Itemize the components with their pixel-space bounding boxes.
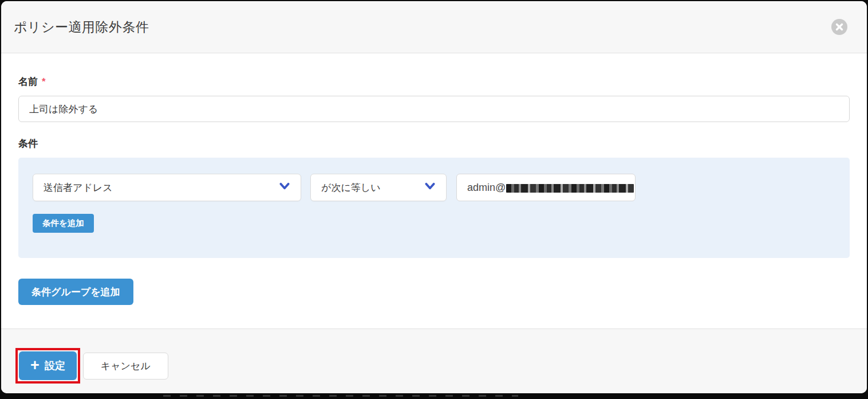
policy-exclusion-dialog: ポリシー適用除外条件 名前* 条件 送信者アドレス [1, 1, 867, 393]
dialog-footer: + 設定 キャンセル [1, 328, 867, 393]
condition-field-value: 送信者アドレス [44, 181, 273, 194]
redacted-text [506, 184, 634, 193]
condition-operator-value: が次に等しい [321, 181, 419, 194]
condition-group-panel: 送信者アドレス が次に等しい a [18, 158, 850, 258]
add-condition-group-button[interactable]: 条件グループを追加 [18, 279, 133, 305]
submit-highlight-annotation: + 設定 [15, 348, 80, 384]
close-icon [835, 23, 843, 31]
dialog-title: ポリシー適用除外条件 [14, 18, 149, 36]
chevron-down-icon [419, 182, 436, 194]
name-label: 名前* [18, 76, 850, 88]
add-condition-button[interactable]: 条件を追加 [33, 214, 94, 233]
submit-button-label: 設定 [45, 359, 65, 373]
dialog-body: 名前* 条件 送信者アドレス が次に等しい [1, 53, 867, 328]
conditions-label: 条件 [18, 138, 850, 150]
close-button[interactable] [831, 19, 847, 35]
name-label-text: 名前 [18, 76, 38, 87]
plus-icon: + [30, 358, 40, 373]
background-page-remnant [163, 395, 518, 397]
required-asterisk: * [42, 76, 46, 87]
condition-value-input[interactable]: admin@ [456, 174, 636, 201]
condition-field-select[interactable]: 送信者アドレス [33, 174, 301, 201]
cancel-button[interactable]: キャンセル [83, 353, 168, 380]
dialog-header: ポリシー適用除外条件 [1, 1, 867, 53]
dimmed-page-strip [0, 393, 868, 399]
condition-operator-select[interactable]: が次に等しい [310, 174, 447, 201]
name-input[interactable] [18, 96, 850, 122]
condition-value-prefix: admin@ [467, 182, 506, 194]
condition-row: 送信者アドレス が次に等しい a [33, 174, 835, 201]
chevron-down-icon [273, 182, 290, 194]
submit-button[interactable]: + 設定 [19, 351, 77, 380]
